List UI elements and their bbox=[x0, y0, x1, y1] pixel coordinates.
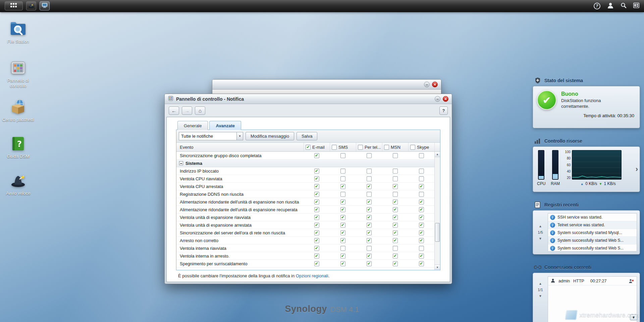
event-checkbox[interactable] bbox=[314, 261, 319, 266]
event-checkbox[interactable] bbox=[419, 223, 424, 228]
event-checkbox[interactable] bbox=[340, 215, 345, 220]
tab-generale[interactable]: Generale bbox=[177, 121, 208, 130]
log-item[interactable]: iSSH service was started. bbox=[548, 214, 637, 221]
event-checkbox[interactable] bbox=[314, 215, 319, 220]
connection-row[interactable]: admin HTTP 00:27:27 bbox=[548, 277, 637, 285]
event-checkbox[interactable] bbox=[393, 254, 398, 259]
event-checkbox[interactable] bbox=[419, 254, 424, 259]
event-checkbox[interactable] bbox=[340, 223, 345, 228]
event-checkbox[interactable] bbox=[393, 199, 398, 204]
event-checkbox[interactable] bbox=[314, 223, 319, 228]
event-checkbox[interactable] bbox=[419, 199, 424, 204]
event-checkbox[interactable] bbox=[367, 246, 372, 251]
event-checkbox[interactable] bbox=[393, 261, 398, 266]
event-checkbox[interactable] bbox=[393, 176, 398, 181]
event-checkbox[interactable] bbox=[367, 223, 372, 228]
event-checkbox[interactable] bbox=[367, 207, 372, 212]
close-button[interactable]: × bbox=[432, 82, 438, 87]
event-checkbox[interactable] bbox=[340, 238, 345, 243]
scroll-down-icon[interactable]: ▼ bbox=[435, 265, 440, 270]
quick-launch-button[interactable] bbox=[26, 1, 36, 10]
close-button[interactable]: × bbox=[443, 96, 448, 102]
event-checkbox[interactable] bbox=[314, 169, 319, 174]
event-checkbox[interactable] bbox=[419, 207, 424, 212]
logs-page-down-icon[interactable]: ▼ bbox=[539, 237, 542, 240]
event-column-header[interactable]: Evento bbox=[176, 145, 304, 150]
log-item[interactable]: iTelnet service was started. bbox=[548, 221, 637, 229]
event-checkbox[interactable] bbox=[419, 153, 424, 158]
log-item[interactable]: iSystem successfully started Mysql... bbox=[548, 229, 637, 237]
pilot-view-button[interactable] bbox=[633, 3, 639, 9]
vertical-scrollbar[interactable]: ▲ ▼ bbox=[434, 152, 440, 270]
event-checkbox[interactable] bbox=[367, 238, 372, 243]
user-menu-button[interactable] bbox=[607, 2, 614, 10]
collapse-icon[interactable] bbox=[179, 161, 183, 165]
column-header-skype[interactable]: Skype bbox=[408, 143, 434, 151]
log-item[interactable]: iSystem successfully started Web S... bbox=[548, 244, 637, 251]
desktop-icon-control-panel[interactable]: Pannello di controllo bbox=[2, 59, 34, 89]
event-checkbox[interactable] bbox=[367, 153, 372, 158]
event-checkbox[interactable] bbox=[419, 261, 424, 266]
event-checkbox[interactable] bbox=[314, 246, 319, 251]
event-checkbox[interactable] bbox=[419, 176, 424, 181]
column-select-checkbox[interactable] bbox=[332, 145, 337, 150]
storage-manager-titlebar[interactable]: – × bbox=[212, 80, 441, 90]
event-checkbox[interactable] bbox=[419, 184, 424, 189]
log-item[interactable]: iSystem successfully started Web S... bbox=[548, 237, 637, 244]
event-checkbox[interactable] bbox=[419, 215, 424, 220]
event-checkbox[interactable] bbox=[340, 192, 345, 197]
event-checkbox[interactable] bbox=[393, 184, 398, 189]
event-checkbox[interactable] bbox=[340, 199, 345, 204]
event-checkbox[interactable] bbox=[314, 207, 319, 212]
desktop-icon-dsm-help[interactable]: ? Guida DSM bbox=[2, 135, 34, 159]
storage-manager-taskbar-button[interactable] bbox=[40, 1, 50, 10]
event-checkbox[interactable] bbox=[367, 261, 372, 266]
event-checkbox[interactable] bbox=[340, 169, 345, 174]
minimize-button[interactable]: – bbox=[435, 96, 440, 102]
column-header-per-tel-[interactable]: Per tel... bbox=[356, 143, 382, 151]
event-checkbox[interactable] bbox=[419, 230, 424, 235]
event-checkbox[interactable] bbox=[314, 254, 319, 259]
event-checkbox[interactable] bbox=[367, 254, 372, 259]
info-button[interactable]: ? bbox=[594, 3, 600, 9]
event-checkbox[interactable] bbox=[367, 184, 372, 189]
event-checkbox[interactable] bbox=[419, 169, 424, 174]
event-checkbox[interactable] bbox=[340, 230, 345, 235]
column-header-e-mail[interactable]: E-mail bbox=[304, 143, 330, 151]
event-checkbox[interactable] bbox=[314, 199, 319, 204]
event-checkbox[interactable] bbox=[340, 153, 345, 158]
event-checkbox[interactable] bbox=[340, 207, 345, 212]
connections-page-down-icon[interactable]: ▼ bbox=[539, 294, 542, 298]
event-checkbox[interactable] bbox=[393, 246, 398, 251]
event-checkbox[interactable] bbox=[367, 176, 372, 181]
column-select-checkbox[interactable] bbox=[384, 145, 389, 150]
column-select-checkbox[interactable] bbox=[410, 145, 415, 150]
scroll-thumb[interactable] bbox=[435, 223, 440, 242]
event-checkbox[interactable] bbox=[340, 176, 345, 181]
event-checkbox[interactable] bbox=[314, 184, 319, 189]
event-checkbox[interactable] bbox=[393, 215, 398, 220]
event-checkbox[interactable] bbox=[393, 169, 398, 174]
column-header-msn[interactable]: MSN bbox=[382, 143, 408, 151]
event-checkbox[interactable] bbox=[340, 246, 345, 251]
event-checkbox[interactable] bbox=[367, 199, 372, 204]
event-checkbox[interactable] bbox=[314, 238, 319, 243]
column-select-checkbox[interactable] bbox=[306, 145, 311, 150]
edit-message-button[interactable]: Modifica messaggio bbox=[246, 132, 294, 140]
logs-page-up-icon[interactable]: ▲ bbox=[539, 224, 542, 228]
save-button[interactable]: Salva bbox=[297, 132, 318, 140]
event-checkbox[interactable] bbox=[393, 192, 398, 197]
event-checkbox[interactable] bbox=[367, 215, 372, 220]
event-checkbox[interactable] bbox=[393, 153, 398, 158]
event-checkbox[interactable] bbox=[314, 230, 319, 235]
event-checkbox[interactable] bbox=[367, 192, 372, 197]
event-checkbox[interactable] bbox=[340, 261, 345, 266]
event-checkbox[interactable] bbox=[393, 223, 398, 228]
event-checkbox[interactable] bbox=[314, 176, 319, 181]
desktop-icon-package-center[interactable]: Centro pacchetti bbox=[2, 98, 34, 123]
home-button[interactable]: ⌂ bbox=[195, 106, 205, 115]
event-checkbox[interactable] bbox=[393, 207, 398, 212]
column-select-checkbox[interactable] bbox=[358, 145, 363, 150]
event-checkbox[interactable] bbox=[340, 184, 345, 189]
event-checkbox[interactable] bbox=[419, 246, 424, 251]
